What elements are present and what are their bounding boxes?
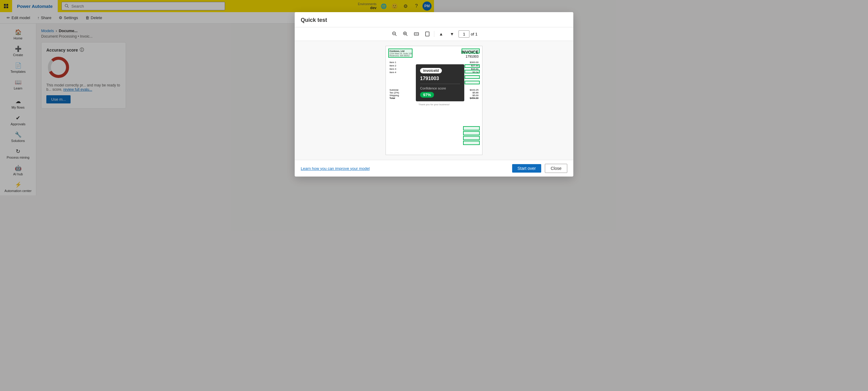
invoice-footer: Thank you for your business! bbox=[390, 103, 434, 106]
field-tooltip: invoiceId 1791003 Confidence score 97% bbox=[416, 64, 434, 101]
fit-width-icon bbox=[414, 32, 419, 36]
svg-line-14 bbox=[406, 35, 407, 36]
zoom-in-button[interactable] bbox=[401, 30, 410, 38]
tooltip-value: 1791003 bbox=[420, 76, 434, 81]
modal-overlay: Quick test bbox=[0, 0, 434, 195]
zoom-out-button[interactable] bbox=[391, 30, 399, 38]
zoom-out-icon bbox=[392, 32, 397, 36]
quick-test-modal: Quick test bbox=[295, 12, 434, 176]
svg-line-10 bbox=[395, 35, 397, 36]
learn-improve-link[interactable]: Learn how you can improve your model bbox=[301, 166, 370, 171]
fit-page-icon bbox=[425, 32, 430, 36]
tooltip-divider bbox=[420, 84, 434, 84]
modal-toolbar: ▲ ▼ of 1 bbox=[295, 27, 434, 41]
invoice-preview: Contoso, Ltd 1234 Main St, Suite 100 Red… bbox=[385, 46, 434, 155]
line-item-1: Item 1 $300.00 bbox=[390, 61, 434, 64]
modal-footer: Learn how you can improve your model Sta… bbox=[295, 160, 434, 176]
modal-body: Contoso, Ltd 1234 Main St, Suite 100 Red… bbox=[295, 41, 434, 160]
zoom-in-icon bbox=[403, 32, 408, 36]
svg-rect-17 bbox=[426, 32, 429, 36]
company-highlight bbox=[388, 49, 412, 58]
fit-page-button[interactable] bbox=[423, 30, 432, 38]
modal-title: Quick test bbox=[301, 17, 327, 23]
fit-width-button[interactable] bbox=[412, 30, 421, 38]
modal-header: Quick test bbox=[295, 12, 434, 27]
tooltip-field-chip: invoiceId bbox=[420, 68, 434, 74]
tooltip-confidence-label: Confidence score bbox=[420, 86, 434, 90]
confidence-badge: 97% bbox=[420, 92, 434, 98]
